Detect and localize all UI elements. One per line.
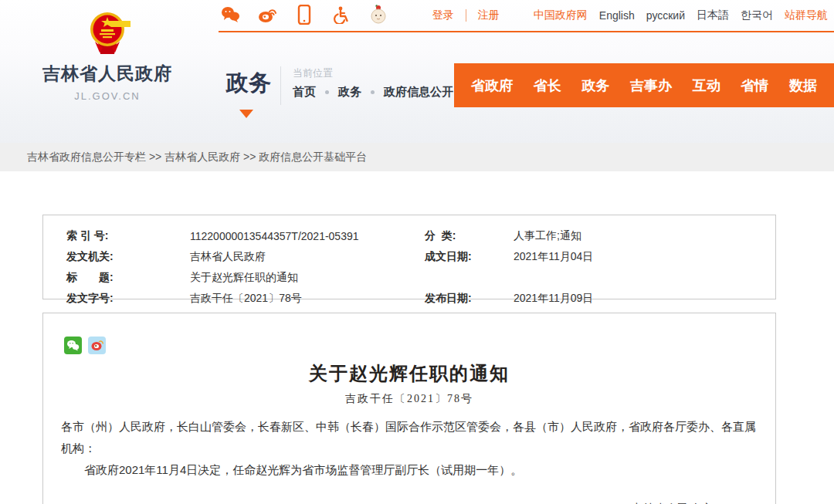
section-caret-icon [239,110,253,118]
gov-cn-link[interactable]: 中国政府网 [534,8,588,22]
nav-provincial-gov[interactable]: 省政府 [471,76,513,95]
site-header: 登录 注册 中国政府网 English русский 日本語 한국어 站群导航 [0,0,834,143]
meta-label: 分 类: [425,229,514,243]
meta-row-doc-number: 发文字号: 吉政干任〔2021〕78号 [66,288,394,309]
section-title: 政务 [226,68,271,99]
national-emblem-icon [84,9,131,57]
meta-label: 索 引 号: [66,229,190,243]
meta-row-index-no: 索 引 号: 11220000013544357T/2021-05391 [66,225,394,246]
main-nav: 省政府 省长 政务 吉事办 互动 省情 数据 [454,63,834,107]
meta-label: 成文日期: [425,250,514,264]
meta-label: 标 题: [66,271,190,285]
mascot-icon[interactable] [368,5,388,25]
breadcrumb-home[interactable]: 首页 [293,85,316,100]
meta-value: 2021年11月04日 [514,250,593,264]
lang-korean-link[interactable]: 한국어 [741,8,773,22]
share-buttons [64,337,775,354]
weibo-icon[interactable] [257,5,277,25]
weibo-share-icon[interactable] [88,337,106,354]
meta-row-written-date: 成文日期: 2021年11月04日 [425,246,752,267]
breadcrumb-dot-icon [371,90,375,94]
nav-jishiban[interactable]: 吉事办 [630,76,672,95]
meta-row-empty [425,267,752,288]
header-accent-line [219,31,834,32]
meta-label: 发布日期: [425,292,514,306]
lang-russian-link[interactable]: русский [646,9,685,22]
platform-breadcrumb-bar: 吉林省政府信息公开专栏 >> 吉林省人民政府 >> 政府信息公开基础平台 [0,143,834,171]
lang-japanese-link[interactable]: 日本語 [697,8,729,22]
location-label: 当前位置 [293,66,333,80]
meta-label: 发文机关: [66,250,190,264]
meta-value: 关于赵光辉任职的通知 [190,271,298,285]
meta-label: 发文字号: [66,292,190,306]
page: 登录 注册 中国政府网 English русский 日本語 한국어 站群导航 [0,0,834,504]
wechat-icon[interactable] [220,5,240,25]
document-paragraph-salutation: 各市（州）人民政府，长白山管委会，长春新区、中韩（长春）国际合作示范区管委会，各… [61,416,758,459]
site-domain: JL.GOV.CN [29,90,185,102]
mobile-icon[interactable] [294,5,314,25]
nav-province-info[interactable]: 省情 [741,76,768,95]
meta-value: 2021年11月09日 [514,292,593,306]
document-paragraph-appointment: 省政府2021年11月4日决定，任命赵光辉为省市场监督管理厅副厅长（试用期一年）… [61,459,758,481]
document-title: 关于赵光辉任职的通知 [43,361,775,386]
site-name: 吉林省人民政府 [29,62,185,86]
meta-row-publish-date: 发布日期: 2021年11月09日 [425,288,752,309]
nav-zhengwu[interactable]: 政务 [581,76,609,95]
nav-governor[interactable]: 省长 [534,76,561,95]
nav-data[interactable]: 数据 [789,76,817,95]
document-number: 吉政干任〔2021〕78号 [43,392,775,406]
site-group-nav-link[interactable]: 站群导航 [785,8,828,22]
meta-row-issuing-agency: 发文机关: 吉林省人民政府 [66,246,394,267]
site-logo[interactable]: 吉林省人民政府 JL.GOV.CN [29,9,185,102]
breadcrumb-dot-icon [325,90,329,94]
breadcrumb-zhengwu[interactable]: 政务 [338,85,361,100]
login-link[interactable]: 登录 [432,8,454,22]
meta-value: 吉政干任〔2021〕78号 [190,292,302,306]
meta-value: 人事工作;通知 [514,229,581,243]
document-signature-block: 吉林省人民政府 2021年11月4日 [43,498,775,504]
breadcrumb: 首页 政务 政府信息公开 [293,85,453,100]
nav-interaction[interactable]: 互动 [693,76,720,95]
meta-left-column: 索 引 号: 11220000013544357T/2021-05391 发文机… [66,225,394,309]
signature-agency: 吉林省人民政府 [631,498,712,504]
topbar-icons [220,5,388,25]
document-body: 各市（州）人民政府，长白山管委会，长春新区、中韩（长春）国际合作示范区管委会，各… [43,416,775,481]
wechat-share-icon[interactable] [64,337,82,354]
meta-value: 吉林省人民政府 [190,250,266,264]
document-content-box: 关于赵光辉任职的通知 吉政干任〔2021〕78号 各市（州）人民政府，长白山管委… [42,313,776,504]
topbar-links: 登录 注册 中国政府网 English русский 日本語 한국어 站群导航 [432,0,828,31]
register-link[interactable]: 注册 [478,8,500,22]
lang-english-link[interactable]: English [599,9,635,22]
meta-right-column: 分 类: 人事工作;通知 成文日期: 2021年11月04日 发布日期: 202… [425,225,752,309]
document-meta-box: 索 引 号: 11220000013544357T/2021-05391 发文机… [42,215,776,299]
header-divider [280,66,281,105]
accessibility-icon[interactable] [331,5,351,25]
meta-value: 11220000013544357T/2021-05391 [190,230,359,242]
login-divider [466,9,466,22]
platform-breadcrumb: 吉林省政府信息公开专栏 >> 吉林省人民政府 >> 政府信息公开基础平台 [27,151,367,164]
meta-row-category: 分 类: 人事工作;通知 [425,225,752,246]
meta-row-title: 标 题: 关于赵光辉任职的通知 [66,267,394,288]
breadcrumb-info-disclosure[interactable]: 政府信息公开 [384,85,453,100]
